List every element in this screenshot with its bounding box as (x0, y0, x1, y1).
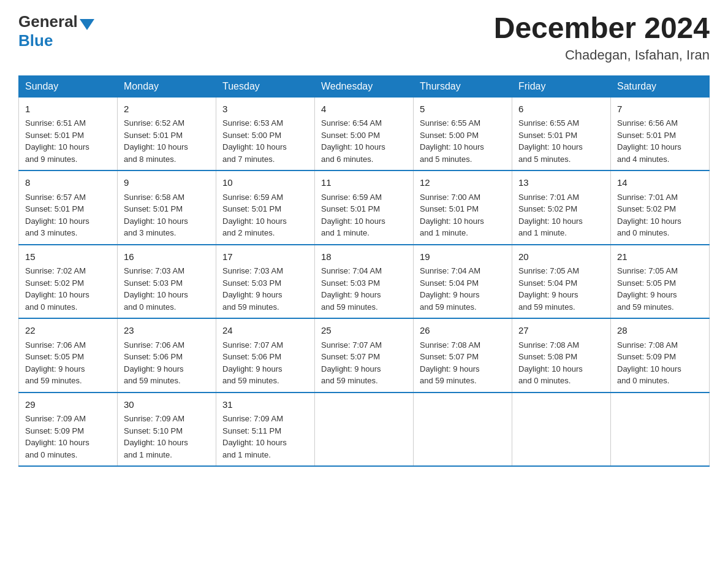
column-header-thursday: Thursday (414, 75, 512, 97)
day-number: 31 (222, 398, 308, 412)
day-number: 15 (25, 250, 111, 264)
day-info-line: and 2 minutes. (222, 227, 308, 239)
day-info-line: Sunrise: 6:51 AM (25, 117, 111, 129)
day-info-line: and 3 minutes. (25, 227, 111, 239)
day-info-line: Daylight: 10 hours (124, 215, 210, 228)
day-info-line: Sunrise: 7:08 AM (617, 339, 703, 351)
day-info-line: Daylight: 10 hours (321, 141, 407, 153)
day-info-line: and 59 minutes. (518, 301, 604, 313)
day-info-line: Daylight: 9 hours (321, 289, 407, 301)
day-info-line: Sunrise: 7:03 AM (222, 265, 308, 277)
calendar-cell: 31Sunrise: 7:09 AMSunset: 5:11 PMDayligh… (216, 393, 315, 467)
calendar-cell: 14Sunrise: 7:01 AMSunset: 5:02 PMDayligh… (611, 170, 710, 245)
calendar-cell: 4Sunrise: 6:54 AMSunset: 5:00 PMDaylight… (315, 97, 414, 170)
calendar-cell: 27Sunrise: 7:08 AMSunset: 5:08 PMDayligh… (512, 318, 611, 393)
column-header-monday: Monday (118, 75, 216, 97)
day-info-line: Sunrise: 6:59 AM (222, 191, 308, 204)
day-number: 12 (420, 176, 506, 190)
title-area: December 2024 Chadegan, Isfahan, Iran (494, 12, 710, 63)
day-number: 21 (617, 250, 703, 264)
calendar-cell: 29Sunrise: 7:09 AMSunset: 5:09 PMDayligh… (19, 393, 118, 467)
calendar-cell: 28Sunrise: 7:08 AMSunset: 5:09 PMDayligh… (611, 318, 710, 393)
day-number: 9 (124, 176, 210, 190)
day-info-line: Sunset: 5:01 PM (25, 203, 111, 215)
day-info-line: Daylight: 9 hours (321, 363, 407, 375)
day-info-line: Sunset: 5:01 PM (124, 203, 210, 215)
calendar-cell: 21Sunrise: 7:05 AMSunset: 5:05 PMDayligh… (611, 245, 710, 319)
day-info-line: and 6 minutes. (321, 153, 407, 166)
day-info-line: Sunrise: 6:55 AM (518, 117, 604, 129)
day-info-line: Sunset: 5:01 PM (25, 129, 111, 142)
day-info-line: and 1 minute. (321, 227, 407, 239)
calendar-cell: 26Sunrise: 7:08 AMSunset: 5:07 PMDayligh… (414, 318, 512, 393)
day-info-line: and 9 minutes. (25, 153, 111, 166)
day-info-line: and 1 minute. (222, 449, 308, 461)
calendar-cell: 13Sunrise: 7:01 AMSunset: 5:02 PMDayligh… (512, 170, 611, 245)
calendar-cell (414, 393, 512, 467)
day-info-line: Sunset: 5:01 PM (321, 203, 407, 215)
day-number: 5 (420, 102, 506, 117)
calendar-cell: 11Sunrise: 6:59 AMSunset: 5:01 PMDayligh… (315, 170, 414, 245)
day-info-line: and 4 minutes. (617, 153, 703, 166)
day-info-line: Sunset: 5:02 PM (617, 203, 703, 215)
page-header: General Blue December 2024 Chadegan, Isf… (18, 12, 710, 63)
day-info-line: and 5 minutes. (518, 153, 604, 166)
calendar-cell: 23Sunrise: 7:06 AMSunset: 5:06 PMDayligh… (118, 318, 216, 393)
day-number: 13 (518, 176, 604, 190)
day-number: 27 (518, 324, 604, 338)
day-number: 28 (617, 324, 703, 338)
day-info-line: Sunset: 5:01 PM (124, 129, 210, 142)
week-row-1: 1Sunrise: 6:51 AMSunset: 5:01 PMDaylight… (19, 97, 710, 170)
calendar-body: 1Sunrise: 6:51 AMSunset: 5:01 PMDaylight… (19, 97, 710, 466)
day-info-line: Sunset: 5:06 PM (222, 351, 308, 363)
day-info-line: Sunrise: 7:04 AM (420, 265, 506, 277)
column-header-saturday: Saturday (611, 75, 710, 97)
day-info-line: Sunset: 5:01 PM (420, 203, 506, 215)
day-info-line: Sunset: 5:06 PM (124, 351, 210, 363)
day-number: 8 (25, 176, 111, 190)
day-info-line: and 1 minute. (420, 227, 506, 239)
day-info-line: Sunset: 5:01 PM (518, 129, 604, 142)
week-row-5: 29Sunrise: 7:09 AMSunset: 5:09 PMDayligh… (19, 393, 710, 467)
calendar-cell (611, 393, 710, 467)
day-info-line: and 59 minutes. (124, 375, 210, 387)
day-number: 25 (321, 324, 407, 338)
day-info-line: Sunrise: 7:07 AM (222, 339, 308, 351)
day-info-line: Sunrise: 6:53 AM (222, 117, 308, 129)
day-info-line: Daylight: 9 hours (25, 363, 111, 375)
calendar-table: SundayMondayTuesdayWednesdayThursdayFrid… (18, 75, 710, 467)
column-header-wednesday: Wednesday (315, 75, 414, 97)
day-info-line: Sunset: 5:00 PM (222, 129, 308, 142)
calendar-cell: 1Sunrise: 6:51 AMSunset: 5:01 PMDaylight… (19, 97, 118, 170)
column-header-tuesday: Tuesday (216, 75, 315, 97)
day-info-line: and 59 minutes. (222, 375, 308, 387)
calendar-header: SundayMondayTuesdayWednesdayThursdayFrid… (19, 75, 710, 97)
day-info-line: and 0 minutes. (617, 375, 703, 387)
calendar-cell (512, 393, 611, 467)
day-info-line: Sunrise: 7:08 AM (518, 339, 604, 351)
week-row-3: 15Sunrise: 7:02 AMSunset: 5:02 PMDayligh… (19, 245, 710, 319)
day-info-line: Sunset: 5:03 PM (321, 277, 407, 289)
logo-general-text: General (18, 12, 78, 31)
calendar-cell: 7Sunrise: 6:56 AMSunset: 5:01 PMDaylight… (611, 97, 710, 170)
day-info-line: Sunset: 5:05 PM (617, 277, 703, 289)
calendar-cell: 12Sunrise: 7:00 AMSunset: 5:01 PMDayligh… (414, 170, 512, 245)
week-row-4: 22Sunrise: 7:06 AMSunset: 5:05 PMDayligh… (19, 318, 710, 393)
day-info-line: Daylight: 10 hours (518, 141, 604, 153)
day-number: 6 (518, 102, 604, 117)
location-title: Chadegan, Isfahan, Iran (494, 47, 710, 63)
day-info-line: Sunset: 5:04 PM (518, 277, 604, 289)
day-info-line: Sunset: 5:02 PM (25, 277, 111, 289)
day-info-line: and 0 minutes. (124, 301, 210, 313)
day-info-line: Sunrise: 7:03 AM (124, 265, 210, 277)
calendar-cell: 2Sunrise: 6:52 AMSunset: 5:01 PMDaylight… (118, 97, 216, 170)
day-number: 19 (420, 250, 506, 264)
day-info-line: and 7 minutes. (222, 153, 308, 166)
day-info-line: and 59 minutes. (222, 301, 308, 313)
day-info-line: and 0 minutes. (518, 375, 604, 387)
calendar-cell: 30Sunrise: 7:09 AMSunset: 5:10 PMDayligh… (118, 393, 216, 467)
day-info-line: Daylight: 9 hours (124, 363, 210, 375)
day-info-line: Sunset: 5:07 PM (321, 351, 407, 363)
day-number: 29 (25, 398, 111, 412)
month-title: December 2024 (494, 12, 710, 45)
